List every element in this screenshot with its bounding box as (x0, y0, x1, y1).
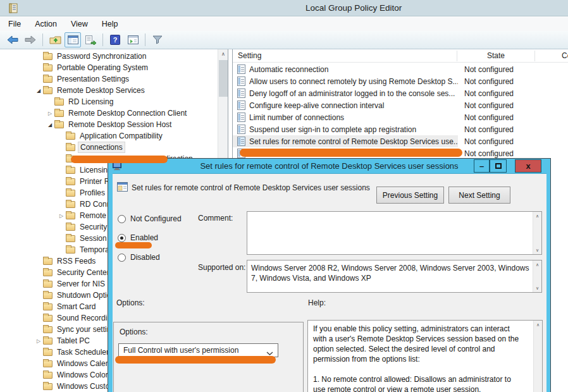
setting-name: Suspend user sign-in to complete app reg… (249, 125, 458, 134)
scroll-down-icon[interactable]: ∨ (533, 246, 541, 254)
options-section-label: Options: (116, 298, 145, 307)
close-button[interactable]: x (515, 159, 541, 173)
menu-file[interactable]: File (1, 18, 28, 30)
dialog-titlebar: Set rules for remote control of Remote D… (108, 159, 550, 173)
list-row-highlight-annotation (240, 149, 462, 157)
folder-icon (66, 235, 75, 242)
setting-state: Not configured (464, 113, 514, 122)
tree-item[interactable]: Password Synchronization (0, 51, 218, 62)
setting-name: Set rules for remote control of Remote D… (249, 137, 458, 146)
policy-doc-icon (237, 137, 245, 146)
folder-icon (66, 167, 75, 174)
column-header-setting[interactable]: Setting (238, 49, 453, 63)
expanded-expander-icon[interactable]: ◢ (34, 88, 43, 94)
policy-doc-icon (237, 89, 245, 98)
next-setting-button[interactable]: Next Setting (448, 187, 510, 204)
tree-item-label: Security Center (55, 267, 111, 278)
tree-item-label: Application Compatibility (78, 131, 164, 141)
folder-icon (66, 224, 75, 231)
tree-item-label: Task Scheduler (55, 347, 111, 357)
tree-item[interactable]: Portable Operating System (0, 62, 218, 73)
folder-icon (43, 372, 52, 379)
radio-button-icon[interactable] (118, 254, 126, 262)
forward-icon[interactable] (22, 32, 39, 47)
comment-scrollbar[interactable]: ∧∨ (533, 212, 541, 254)
help-icon[interactable]: ? (107, 32, 123, 47)
folder-icon (43, 326, 52, 333)
tree-item[interactable]: RD Licensing (0, 96, 218, 107)
export-list-icon[interactable] (82, 32, 99, 47)
dropdown-highlight-annotation (115, 356, 276, 364)
options-dropdown[interactable]: Full Control with user's permission (118, 343, 278, 357)
radio-button-icon[interactable] (118, 234, 126, 242)
scroll-up-icon[interactable]: ∧ (533, 260, 541, 269)
menu-help[interactable]: Help (95, 18, 125, 30)
expanded-expander-icon[interactable]: ◢ (46, 122, 54, 128)
connections-highlight-annotation (71, 156, 168, 163)
folder-icon (43, 383, 52, 390)
tree-item-label: Smart Card (55, 302, 97, 312)
tree-item[interactable]: Presentation Settings (0, 73, 218, 85)
previous-setting-button[interactable]: Previous Setting (376, 187, 444, 204)
minimize-button[interactable]: – (474, 159, 490, 173)
setting-name: Deny logoff of an administrator logged i… (249, 89, 458, 98)
comment-input[interactable] (247, 212, 532, 254)
maximize-button[interactable] (490, 159, 507, 173)
list-row[interactable]: Suspend user sign-in to complete app reg… (233, 123, 568, 135)
radio-enabled[interactable]: Enabled (118, 233, 158, 243)
supported-scrollbar[interactable]: ∧∨ (533, 260, 541, 292)
scroll-up-icon[interactable]: ∧ (533, 212, 541, 220)
tree-item[interactable]: Application Compatibility (0, 130, 218, 142)
help-scrollbar[interactable]: ∧ (533, 321, 542, 392)
column-header-state[interactable]: State (457, 49, 534, 63)
tree-item-label: Tablet PC (55, 336, 92, 346)
tree-item[interactable]: ◢Remote Desktop Session Host (0, 119, 218, 130)
up-one-level-icon[interactable] (47, 32, 63, 47)
list-row[interactable]: Configure keep-alive connection interval… (233, 99, 568, 111)
folder-icon (43, 315, 52, 322)
scroll-up-icon[interactable]: ∧ (218, 49, 228, 59)
list-row[interactable]: Deny logoff of an administrator logged i… (233, 87, 568, 99)
supported-on-value: Windows Server 2008 R2, Windows Server 2… (251, 263, 529, 283)
radio-not-configured[interactable]: Not Configured (118, 214, 182, 224)
folder-icon (54, 110, 64, 117)
help-panel: If you enable this policy setting, admin… (307, 320, 543, 392)
radio-disabled[interactable]: Disabled (118, 252, 160, 262)
setting-state: Not configured (464, 101, 514, 110)
column-header-comment[interactable]: Comment (562, 49, 568, 63)
setting-state: Not configured (464, 137, 514, 146)
collapsed-expander-icon[interactable]: ▷ (57, 213, 66, 219)
list-row[interactable]: Automatic reconnectionNot configured (233, 63, 568, 75)
folder-icon (54, 99, 64, 106)
back-icon[interactable] (4, 32, 21, 47)
tree-item[interactable]: ◢Remote Desktop Services (0, 85, 218, 96)
console-tree-icon[interactable] (65, 32, 81, 47)
scroll-thumb[interactable] (219, 60, 228, 97)
new-window-icon[interactable] (125, 32, 141, 47)
policy-name: Set rules for remote control of Remote D… (132, 183, 370, 192)
menu-view[interactable]: View (64, 18, 95, 30)
scroll-down-icon[interactable]: ∨ (533, 284, 541, 292)
toolbar-separator (42, 34, 43, 46)
list-row[interactable]: Limit number of connectionsNot configure… (233, 111, 568, 123)
policy-doc-icon (237, 64, 245, 74)
setting-state: Not configured (464, 125, 514, 134)
scroll-up-icon[interactable]: ∧ (534, 321, 542, 329)
tree-item-label: Password Synchronization (55, 51, 148, 61)
radio-button-icon[interactable] (118, 215, 126, 223)
tree-item-label: Connections (78, 142, 125, 153)
collapsed-expander-icon[interactable]: ▷ (34, 338, 43, 344)
list-row[interactable]: Allow users to connect remotely by using… (233, 75, 568, 87)
tree-item[interactable]: Connections (0, 142, 218, 153)
filter-icon[interactable] (149, 32, 166, 47)
folder-icon (54, 121, 64, 128)
list-row[interactable]: Set rules for remote control of Remote D… (233, 135, 458, 147)
menu-action[interactable]: Action (28, 18, 64, 30)
collapsed-expander-icon[interactable]: ▷ (46, 111, 54, 116)
policy-doc-icon (237, 77, 245, 86)
column-divider[interactable] (534, 51, 535, 61)
tree-item-label: Profiles (78, 188, 107, 198)
tree-item[interactable]: ▷Remote Desktop Connection Client (0, 107, 218, 119)
tree-item-label: RSS Feeds (55, 256, 97, 266)
setting-state: Not configured (464, 149, 514, 158)
